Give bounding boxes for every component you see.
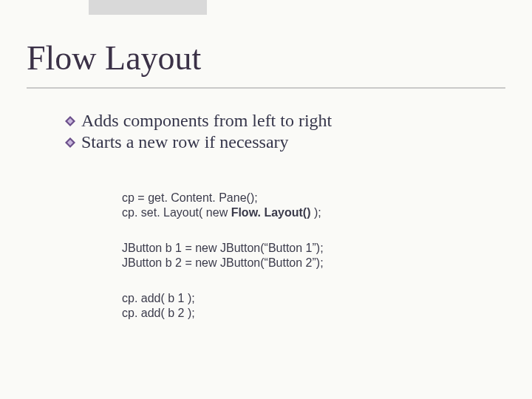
code-text: cp. set. Layout( new [122,206,231,219]
code-line: cp. add( b 1 ); [122,291,491,306]
slide-title: Flow Layout [27,38,201,78]
bullet-text: Starts a new row if necessary [81,132,289,152]
diamond-bullet-icon [65,137,75,148]
code-block-3: cp. add( b 1 ); cp. add( b 2 ); [122,291,491,321]
bullet-list: Adds components from left to right Start… [65,111,494,154]
code-line: JButton b 2 = new JButton(“Button 2”); [122,256,491,270]
slide: Flow Layout Adds components from left to… [0,0,532,399]
bullet-item: Adds components from left to right [65,111,494,131]
decorative-top-bar [89,0,207,15]
code-line: cp = get. Content. Pane(); [122,191,491,205]
code-block-1: cp = get. Content. Pane(); cp. set. Layo… [122,191,491,220]
title-underline [27,87,505,89]
code-line: cp. set. Layout( new Flow. Layout() ); [122,205,491,220]
bullet-item: Starts a new row if necessary [65,132,494,152]
code-text: ); [310,206,321,219]
code-line: JButton b 1 = new JButton(“Button 1”); [122,241,491,256]
bullet-text: Adds components from left to right [81,111,332,131]
code-line: cp. add( b 2 ); [122,306,491,321]
diamond-bullet-icon [65,116,75,126]
code-block-2: JButton b 1 = new JButton(“Button 1”); J… [122,241,491,270]
code-text-bold: Flow. Layout() [231,206,311,219]
